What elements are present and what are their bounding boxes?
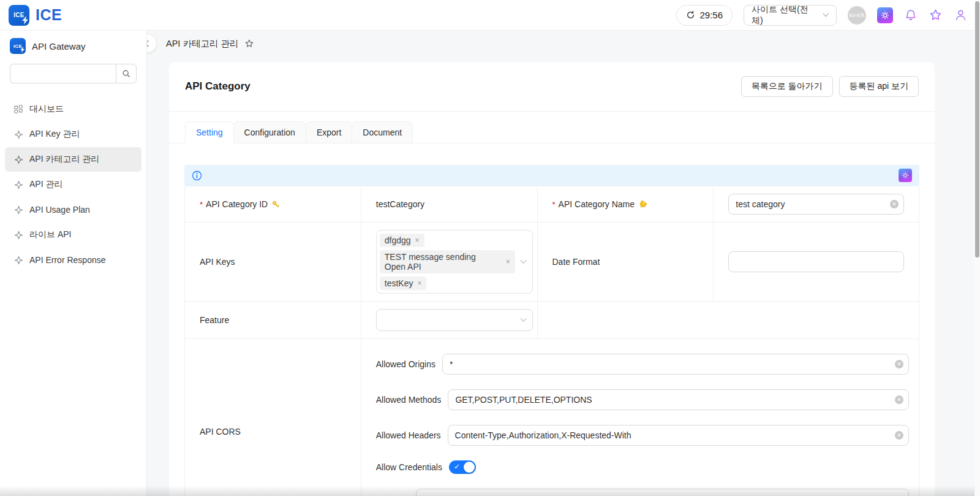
sidebar-search: [10, 64, 137, 83]
site-select-dropdown[interactable]: 사이트 선택(전체): [744, 5, 837, 26]
info-icon[interactable]: [192, 170, 202, 181]
api-category-card: API Category 목록으로 돌아가기 등록된 api 보기 Settin…: [169, 62, 935, 496]
feature-select[interactable]: [376, 309, 533, 331]
back-button[interactable]: [147, 34, 156, 53]
view-registered-api-button[interactable]: 등록된 api 보기: [839, 76, 919, 97]
category-name-label: API Category Name: [559, 199, 635, 209]
chevron-down-icon: [520, 260, 527, 264]
remove-tag-icon[interactable]: ×: [415, 236, 420, 245]
profile-button[interactable]: [954, 8, 968, 22]
gateway-title: API Gateway: [32, 41, 86, 52]
locale-badge[interactable]: ko-KR: [848, 6, 866, 25]
category-name-input[interactable]: [728, 194, 904, 215]
translate-gradient-icon[interactable]: [899, 169, 912, 182]
api-menu-icon: [13, 155, 23, 164]
session-timer[interactable]: 29:56: [676, 5, 733, 26]
allowed-origins-row: Allowed Origins ✕: [376, 354, 909, 375]
api-menu-icon: [13, 180, 23, 189]
card-header: API Category 목록으로 돌아가기 등록된 api 보기: [169, 62, 935, 112]
allowed-headers-label: Allowed Headers: [376, 430, 441, 440]
favorite-page-button[interactable]: [244, 39, 254, 48]
allow-credentials-toggle[interactable]: ✓: [449, 460, 476, 474]
favorites-button[interactable]: [929, 8, 943, 22]
empty-cell: [537, 302, 919, 339]
sidebar-item-api-category[interactable]: API 카테고리 관리: [5, 147, 141, 172]
allowed-origins-label: Allowed Origins: [376, 359, 435, 369]
sidebar-item-live-api[interactable]: 라이브 API: [5, 223, 141, 247]
gateway-header: ICE API Gateway: [0, 38, 146, 63]
gear-glyph-icon: [881, 11, 889, 20]
tab-export[interactable]: Export: [306, 121, 352, 143]
close-circle-icon[interactable]: ✕: [895, 431, 903, 440]
remove-tag-icon[interactable]: ×: [506, 258, 510, 266]
category-name-value-cell: ✕: [714, 186, 919, 223]
scrollbar-track: [974, 0, 980, 496]
sidebar-menu: 대시보드 API Key 관리 API 카테고리 관리 API 관리 API U…: [0, 97, 146, 272]
api-keys-value-cell: dfgdgg× TEST message sending Open API× t…: [361, 223, 537, 302]
sidebar-item-api-key[interactable]: API Key 관리: [5, 122, 141, 147]
tab-setting[interactable]: Setting: [185, 121, 234, 143]
category-id-value-cell: testCategory: [361, 186, 537, 223]
back-to-list-button[interactable]: 목록으로 돌아가기: [741, 76, 833, 97]
sidebar-item-label: 대시보드: [29, 104, 64, 115]
info-bar: [184, 165, 919, 186]
api-cors-label-cell: API CORS: [185, 339, 361, 496]
sidebar-item-dashboard[interactable]: 대시보드: [5, 97, 141, 121]
close-circle-icon[interactable]: ✕: [890, 200, 899, 208]
sidebar-item-label: 라이브 API: [29, 229, 71, 240]
tab-configuration[interactable]: Configuration: [233, 121, 306, 143]
feature-label: Feature: [200, 315, 229, 325]
sidebar-item-api-manage[interactable]: API 관리: [5, 172, 141, 197]
sidebar-item-api-error-response[interactable]: API Error Response: [5, 248, 141, 272]
site-select-value: 사이트 선택(전체): [752, 4, 816, 26]
app-gradient-icon[interactable]: [877, 7, 893, 23]
api-keys-label: API Keys: [200, 257, 235, 267]
category-id-value: testCategory: [376, 199, 424, 209]
search-button[interactable]: [116, 64, 137, 83]
refresh-icon: [686, 10, 695, 20]
remove-tag-icon[interactable]: ×: [417, 279, 421, 288]
star-icon: [929, 8, 943, 22]
ice-mini-logo-icon: ICE: [10, 38, 26, 54]
api-keys-multiselect[interactable]: dfgdgg× TEST message sending Open API× t…: [376, 230, 533, 294]
bell-icon: [904, 9, 918, 22]
allowed-headers-row: Allowed Headers ✕: [376, 425, 909, 446]
notifications-button[interactable]: [904, 9, 918, 22]
sidebar-item-api-usage-plan[interactable]: API Usage Plan: [5, 197, 141, 222]
chevron-left-icon: [147, 40, 150, 47]
max-age-row: Max Age: [376, 489, 909, 496]
star-outline-icon: [244, 39, 254, 48]
api-cors-value-cell: Allowed Origins ✕ Allowed Methods: [361, 339, 919, 496]
timer-value: 29:56: [699, 10, 723, 20]
search-input[interactable]: [10, 64, 116, 83]
close-circle-icon[interactable]: ✕: [895, 360, 903, 368]
date-format-input[interactable]: [728, 251, 904, 272]
feature-value-cell: [361, 302, 537, 339]
scrollbar-thumb[interactable]: [975, 1, 979, 258]
tab-document[interactable]: Document: [352, 121, 413, 143]
category-id-label: API Category ID: [206, 199, 268, 209]
allowed-methods-input[interactable]: [448, 389, 909, 410]
dashboard-icon: [13, 104, 23, 114]
api-menu-icon: [13, 205, 23, 215]
sidebar-item-label: API Usage Plan: [29, 205, 90, 215]
brand-logo[interactable]: ICE ICE: [9, 5, 62, 26]
allowed-methods-row: Allowed Methods ✕: [376, 389, 909, 410]
table-row: *API Category ID testCategory *API Categ…: [185, 186, 919, 223]
allowed-origins-input[interactable]: [442, 354, 909, 375]
sidebar-item-label: API 카테고리 관리: [29, 154, 99, 165]
api-key-tag: dfgdgg×: [380, 234, 424, 247]
toggle-knob: [464, 462, 475, 473]
close-circle-icon[interactable]: ✕: [895, 395, 903, 404]
required-mark: *: [200, 200, 203, 209]
max-age-input[interactable]: [416, 489, 909, 496]
sidebar-item-label: API 관리: [29, 179, 62, 190]
category-id-label-cell: *API Category ID: [185, 186, 361, 223]
brand-wordmark: ICE: [36, 6, 62, 24]
settings-table: *API Category ID testCategory *API Categ…: [184, 186, 919, 496]
category-name-label-cell: *API Category Name: [537, 186, 714, 223]
date-format-label: Date Format: [552, 257, 600, 267]
allowed-headers-input[interactable]: [448, 425, 909, 446]
sidebar-item-label: API Key 관리: [29, 129, 80, 140]
top-header: ICE ICE 29:56 사이트 선택(전체) ko-KR: [0, 0, 980, 31]
